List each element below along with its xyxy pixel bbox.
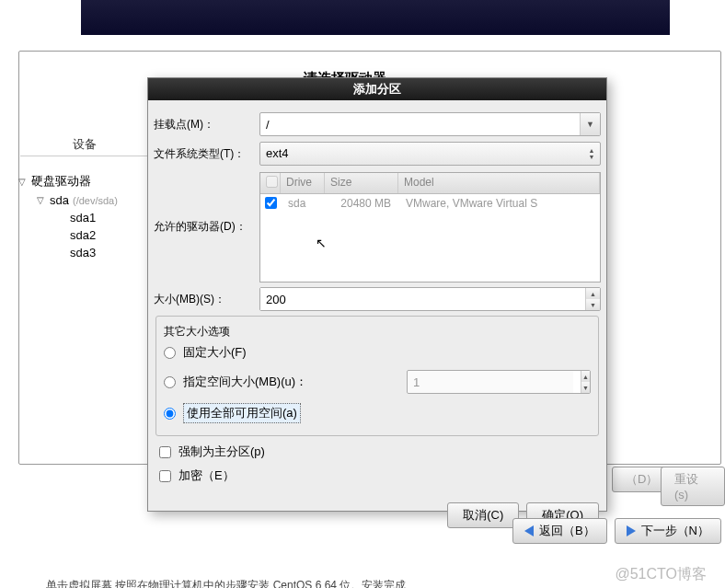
other-legend: 其它大小选项 (160, 324, 234, 340)
back-button[interactable]: 返回（B） (512, 518, 607, 544)
tree-root-drives[interactable]: ▽ 硬盘驱动器 (18, 171, 147, 191)
radio-fixed[interactable] (164, 347, 176, 359)
spin-up-icon[interactable]: ▲ (586, 288, 600, 299)
tree-disk-dev: (/dev/sda) (73, 195, 118, 206)
cancel-button[interactable]: 取消(C) (447, 502, 519, 528)
encrypt-label: 加密（E） (178, 467, 235, 484)
select-spinner-icon[interactable]: ▲▼ (583, 143, 600, 165)
radio-fill-label: 指定空间大小(MB)(u)： (183, 374, 307, 390)
arrow-left-icon (524, 525, 534, 536)
tree-disk-label: sda (50, 193, 69, 207)
collapse-icon[interactable]: ▽ (18, 177, 28, 187)
col-drive: Drive (281, 173, 325, 193)
size-input[interactable] (260, 288, 585, 310)
tree-part-sda2[interactable]: sda2 (70, 226, 147, 244)
tree-disk-sda[interactable]: ▽ sda (/dev/sda) (37, 191, 147, 209)
drive-model: VMware, VMware Virtual S (398, 197, 600, 212)
tree-part-sda1[interactable]: sda1 (70, 209, 147, 226)
spin-down-icon: ▼ (581, 382, 590, 393)
fstype-select[interactable]: ext4 ▲▼ (259, 142, 601, 166)
mount-point-label: 挂载点(M)： (154, 117, 259, 133)
drive-size: 20480 MB (325, 197, 398, 212)
drives-table-header: Drive Size Model (260, 173, 600, 194)
additional-size-options: 其它大小选项 固定大小(F) 指定空间大小(MB)(u)： ▲▼ 使用全部可用空… (155, 316, 599, 436)
fill-size-input (408, 371, 573, 393)
vm-hint-text: 单击虚拟屏幕 按照在物理计算机中的步骤安装 CentOS 6 64 位。安装完成 (46, 578, 406, 588)
tree-root-label: 硬盘驱动器 (31, 173, 91, 190)
tree-part-sda3[interactable]: sda3 (70, 244, 147, 261)
reset-button[interactable]: 重设(s) (661, 467, 725, 506)
fstype-label: 文件系统类型(T)： (154, 146, 259, 162)
radio-fixed-label: 固定大小(F) (183, 344, 247, 361)
drive-row-sda[interactable]: sda 20480 MB VMware, VMware Virtual S (260, 194, 600, 214)
arrow-right-icon (627, 525, 636, 536)
next-button[interactable]: 下一步（N） (615, 518, 721, 544)
radio-fill-up-to[interactable] (164, 376, 176, 388)
radio-use-all[interactable] (164, 408, 176, 420)
size-spinner[interactable]: ▲▼ (259, 287, 601, 311)
dropdown-icon[interactable]: ▼ (580, 113, 600, 135)
add-partition-dialog: 添加分区 挂载点(M)： ▼ 文件系统类型(T)： ext4 ▲▼ 允许的驱动器… (147, 77, 607, 512)
size-label: 大小(MB)(S)： (154, 292, 259, 307)
spin-down-icon[interactable]: ▼ (586, 299, 600, 310)
installer-banner (81, 0, 670, 35)
mount-point-combo[interactable]: ▼ (259, 112, 601, 136)
col-size: Size (325, 173, 398, 193)
radio-use-all-label: 使用全部可用空间(a) (183, 403, 301, 423)
watermark: @51CTO博客 (615, 565, 707, 584)
device-tree: ▽ 硬盘驱动器 ▽ sda (/dev/sda) sda1 sda2 sda3 (18, 171, 147, 261)
force-primary-label: 强制为主分区(p) (178, 444, 265, 460)
drive-checkbox[interactable] (265, 197, 277, 209)
allowed-drives-label: 允许的驱动器(D)： (154, 219, 259, 235)
dialog-title: 添加分区 (148, 78, 606, 100)
mount-point-input[interactable] (260, 113, 580, 135)
device-column-header: 设备 (20, 136, 149, 156)
collapse-icon[interactable]: ▽ (37, 195, 46, 205)
drive-name: sda (281, 197, 325, 212)
encrypt-checkbox[interactable] (159, 470, 171, 482)
fstype-value: ext4 (260, 143, 583, 165)
force-primary-checkbox[interactable] (159, 446, 171, 458)
fill-size-spinner: ▲▼ (407, 370, 591, 394)
drives-table: Drive Size Model sda 20480 MB VMware, VM… (259, 172, 601, 282)
drives-checkall[interactable] (266, 176, 278, 188)
col-model: Model (398, 173, 600, 193)
spin-up-icon: ▲ (581, 371, 590, 382)
